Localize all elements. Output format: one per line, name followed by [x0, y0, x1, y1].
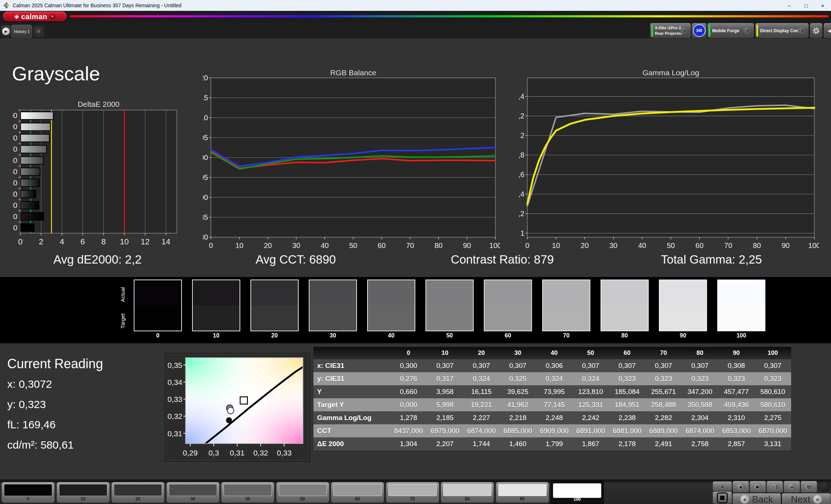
collapse-panel-button[interactable]: ◀: [823, 23, 831, 38]
actual-patch: [426, 280, 473, 306]
actual-patch: [134, 280, 181, 306]
swatch-level-label: 30: [309, 332, 357, 339]
svg-text:20: 20: [13, 201, 17, 209]
maximize-button[interactable]: □: [798, 0, 814, 11]
calman-menu-button[interactable]: ◈ calman ▼: [3, 12, 67, 21]
reading-y: y: 0,323: [7, 398, 46, 411]
stop-button[interactable]: ■: [732, 481, 749, 493]
patch-swatch: [224, 484, 272, 496]
reading-x: x: 0,3072: [7, 378, 52, 390]
table-cell: 0,307: [463, 359, 500, 372]
table-cell: 77,145: [536, 398, 573, 411]
svg-text:40: 40: [13, 178, 17, 187]
meter-dropdown[interactable]: X-Rite i1Pro 3 Rear Projector ▼: [650, 23, 691, 38]
next-label: Next: [791, 494, 810, 504]
actual-patch: [193, 280, 240, 306]
table-row-label: ΔE 2000: [313, 437, 390, 450]
target-patch: [601, 306, 648, 331]
svg-text:0,32: 0,32: [253, 449, 268, 457]
white-point-target-marker: [240, 397, 248, 404]
svg-text:80: 80: [435, 242, 442, 249]
play-button[interactable]: ▶: [749, 481, 766, 493]
back-button[interactable]: « Back: [732, 493, 781, 504]
svg-text:40: 40: [638, 242, 646, 249]
table-cell: 6881,000: [609, 424, 645, 437]
table-cell: 6874,000: [463, 424, 500, 437]
total-gamma-stat: Total Gamma: 2,25: [661, 253, 762, 266]
table-cell: 3,958: [427, 385, 464, 398]
play-icon: ▶: [754, 483, 762, 491]
patch-button-70[interactable]: 70: [386, 482, 439, 503]
svg-text:90: 90: [782, 242, 790, 249]
patch-button-0[interactable]: 0: [1, 482, 55, 503]
target-patch: [193, 306, 240, 331]
patch-button-20[interactable]: 20: [111, 482, 165, 503]
dark-reading-marker: [227, 418, 232, 423]
target-patch: [426, 306, 473, 331]
patch-button-30[interactable]: 30: [166, 482, 220, 503]
grayscale-swatch-100: [717, 280, 765, 331]
reading-fl: fL: 169,46: [7, 419, 55, 431]
svg-text:100: 100: [489, 242, 500, 249]
pattern-window-button[interactable]: [712, 491, 732, 504]
table-row-label: Y: [313, 385, 390, 398]
window-title: Calman 2025 Calman Ultimate for Business…: [13, 3, 181, 8]
close-button[interactable]: ×: [814, 0, 831, 11]
svg-text:4: 4: [60, 237, 64, 246]
target-patch: [251, 306, 298, 331]
patch-button-10[interactable]: 10: [57, 482, 110, 503]
table-cell: 0,325: [500, 372, 536, 385]
grayscale-swatch-30: [309, 280, 357, 331]
grayscale-swatch-70: [542, 280, 590, 331]
svg-text:2,4: 2,4: [519, 92, 524, 100]
meter-profile-badge-button[interactable]: 340: [691, 23, 707, 38]
table-cell: 0,324: [573, 372, 609, 385]
table-cell: 125,331: [573, 398, 609, 411]
svg-text:60: 60: [13, 156, 17, 164]
table-cell: 2,310: [718, 411, 755, 424]
profile-badge: 340: [693, 24, 706, 37]
table-col-header-80: 80: [682, 347, 718, 359]
minimize-button[interactable]: −: [781, 0, 798, 11]
source-dropdown[interactable]: Mobile Forge ▼: [707, 23, 754, 38]
pattern-up-button[interactable]: ▲: [712, 481, 732, 491]
next-chevrons-icon: »: [813, 495, 822, 504]
svg-text:60: 60: [695, 242, 703, 249]
patch-button-60[interactable]: 60: [331, 482, 384, 503]
actual-patch: [543, 280, 590, 306]
actual-patch: [368, 280, 415, 306]
svg-text:2: 2: [520, 131, 524, 139]
next-button[interactable]: Next »: [782, 493, 831, 504]
svg-text:70: 70: [724, 242, 732, 249]
back-label: Back: [752, 494, 773, 504]
read-series-button[interactable]: [··]: [766, 481, 783, 493]
target-patch: [368, 306, 415, 331]
table-row-label: Gamma Log/Log: [313, 411, 390, 424]
tab-history-1[interactable]: History 1: [11, 25, 32, 38]
current-reading-marker: [227, 407, 234, 414]
svg-text:RGB Balance: RGB Balance: [330, 70, 376, 77]
target-patch: [718, 306, 765, 331]
table-cell: 6979,000: [427, 424, 464, 437]
table-cell: 2,282: [645, 411, 682, 424]
target-patch: [485, 306, 531, 331]
refresh-button[interactable]: ↻: [801, 481, 817, 493]
patch-button-50[interactable]: 50: [276, 482, 329, 503]
read-continuous-button[interactable]: ∞: [784, 481, 800, 493]
settings-gear-button[interactable]: [810, 23, 823, 38]
table-cell: 459,436: [718, 398, 755, 411]
target-patch: [134, 306, 181, 331]
workflow-nav-button[interactable]: ▶: [1, 25, 11, 37]
patch-button-40[interactable]: 40: [221, 482, 274, 503]
patch-button-90[interactable]: 90: [496, 482, 549, 503]
svg-text:120: 120: [203, 74, 208, 82]
table-cell: 3,131: [755, 437, 791, 450]
svg-text:Gamma Log/Log: Gamma Log/Log: [643, 70, 699, 77]
gear-icon: [812, 27, 820, 35]
svg-text:70: 70: [13, 145, 17, 153]
display-control-dropdown[interactable]: Direct Display Control ▼: [755, 23, 809, 38]
table-cell: 0,660: [390, 385, 427, 398]
patch-button-80[interactable]: 80: [441, 482, 494, 503]
patch-button-100[interactable]: 100: [550, 480, 604, 504]
add-tab-button[interactable]: +: [33, 26, 44, 37]
